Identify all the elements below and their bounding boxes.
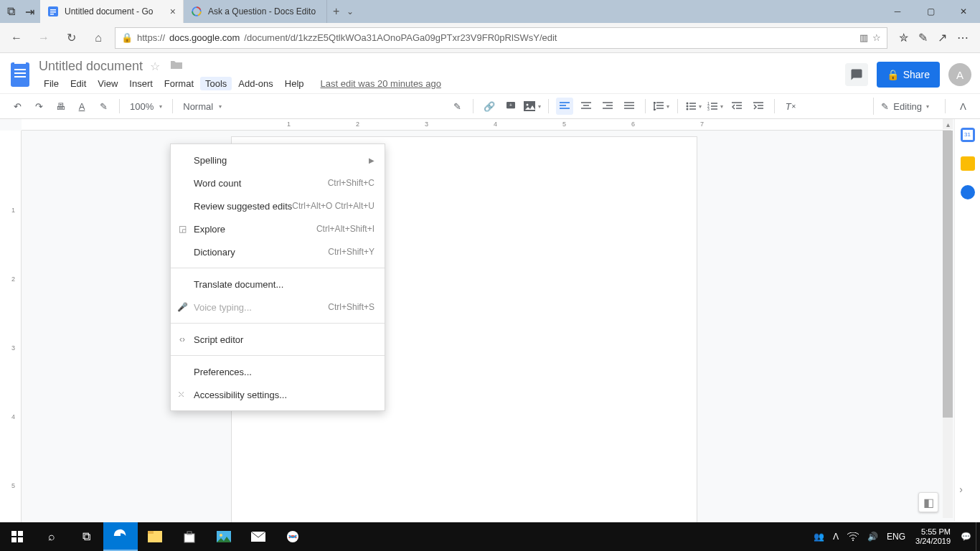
favorite-icon[interactable]: ☆: [872, 32, 881, 43]
line-spacing-button[interactable]: [653, 98, 670, 115]
editing-mode-select[interactable]: ✎ Editing ▾: [873, 98, 936, 115]
account-avatar[interactable]: A: [948, 63, 971, 86]
url-input[interactable]: 🔒 https://docs.google.com/document/d/1kz…: [115, 27, 887, 49]
menu-tools[interactable]: Tools: [200, 77, 232, 90]
menu-item-dictionary[interactable]: DictionaryCtrl+Shift+Y: [171, 240, 385, 263]
mail-taskbar-icon[interactable]: [241, 522, 275, 551]
scroll-up-arrow[interactable]: ▴: [943, 119, 953, 129]
insert-image-button[interactable]: [524, 98, 541, 115]
ruler-vtick: 1: [11, 207, 15, 214]
comments-button[interactable]: [845, 63, 868, 86]
menu-item-script-editor[interactable]: ‹›Script editor: [171, 328, 385, 351]
start-button[interactable]: [0, 522, 34, 551]
notifications-tray-icon[interactable]: 💬: [956, 522, 976, 551]
menu-item-explore[interactable]: ◲ExploreCtrl+Alt+Shift+I: [171, 217, 385, 240]
file-explorer-taskbar-icon[interactable]: [138, 522, 172, 551]
collapse-toolbar-button[interactable]: ᐱ: [954, 98, 971, 115]
vertical-ruler[interactable]: 123456: [0, 131, 22, 522]
bulleted-list-button[interactable]: 123: [707, 98, 724, 115]
forward-button[interactable]: →: [33, 27, 55, 49]
menu-format[interactable]: Format: [159, 77, 199, 90]
print-button[interactable]: 🖶: [52, 98, 69, 115]
more-icon[interactable]: ⋯: [957, 31, 969, 44]
horizontal-ruler[interactable]: 1234567: [22, 119, 951, 131]
search-button[interactable]: ⌕: [34, 522, 69, 551]
set-aside-icon[interactable]: ⇥: [23, 5, 36, 18]
share-button[interactable]: 🔒 Share: [877, 62, 940, 88]
menu-item-review-suggested-edits[interactable]: Review suggested editsCtrl+Alt+O Ctrl+Al…: [171, 194, 385, 217]
align-right-button[interactable]: [599, 98, 616, 115]
menu-item-preferences[interactable]: Preferences...: [171, 360, 385, 383]
menu-item-accessibility-settings[interactable]: ⛌Accessibility settings...: [171, 383, 385, 406]
decrease-indent-button[interactable]: [728, 98, 745, 115]
zoom-select[interactable]: 100%: [127, 101, 165, 112]
last-edit-text[interactable]: Last edit was 20 minutes ago: [321, 78, 441, 89]
edge-taskbar-icon[interactable]: [103, 522, 138, 551]
spellcheck-button[interactable]: A: [73, 98, 90, 115]
window-close[interactable]: ✕: [947, 0, 980, 23]
ruler-vtick: 2: [11, 276, 15, 283]
keep-addon-icon[interactable]: [961, 156, 975, 171]
photos-taskbar-icon[interactable]: [207, 522, 241, 551]
insert-link-button[interactable]: 🔗: [481, 98, 498, 115]
folder-icon[interactable]: [170, 60, 183, 72]
menu-insert[interactable]: Insert: [124, 77, 158, 90]
back-button[interactable]: ←: [6, 27, 27, 49]
increase-indent-button[interactable]: [750, 98, 767, 115]
align-justify-button[interactable]: [621, 98, 638, 115]
tray-chevron-icon[interactable]: ᐱ: [829, 522, 843, 551]
document-canvas[interactable]: [22, 131, 980, 522]
tab-close-icon[interactable]: ×: [170, 6, 176, 17]
store-taskbar-icon[interactable]: [172, 522, 207, 551]
undo-button[interactable]: ↶: [9, 98, 26, 115]
menu-view[interactable]: View: [93, 77, 123, 90]
browser-tab-active[interactable]: Untitled document - Go ×: [40, 0, 184, 23]
highlight-color-button[interactable]: ✎: [448, 98, 466, 115]
document-title[interactable]: Untitled document: [39, 59, 143, 74]
paint-format-button[interactable]: ✎: [95, 98, 112, 115]
ruler-vtick: 4: [11, 413, 15, 420]
app-taskbar-icon[interactable]: [275, 522, 310, 551]
align-center-button[interactable]: [578, 98, 595, 115]
calendar-addon-icon[interactable]: 31: [961, 128, 975, 142]
taskbar-clock[interactable]: 5:55 PM 3/24/2019: [910, 527, 956, 546]
menu-edit[interactable]: Edit: [65, 77, 91, 90]
menu-item-spelling[interactable]: Spelling▶: [171, 149, 385, 171]
show-desktop-button[interactable]: [976, 522, 980, 551]
window-minimize[interactable]: ─: [881, 0, 914, 23]
tab-aside-icon[interactable]: ⧉: [4, 5, 17, 18]
menu-item-translate-document[interactable]: Translate document...: [171, 273, 385, 296]
menu-addons[interactable]: Add-ons: [233, 77, 278, 90]
reading-list-icon[interactable]: ✎: [918, 31, 928, 44]
redo-button[interactable]: ↷: [30, 98, 47, 115]
star-icon[interactable]: ☆: [150, 60, 163, 72]
refresh-button[interactable]: ↻: [60, 27, 82, 49]
share-icon[interactable]: ↗: [938, 31, 947, 44]
clear-formatting-button[interactable]: T✕: [782, 98, 799, 115]
scroll-right-arrow[interactable]: ›: [959, 484, 963, 495]
favorites-icon[interactable]: ✮: [899, 31, 908, 44]
menu-item-word-count[interactable]: Word countCtrl+Shift+C: [171, 171, 385, 194]
insert-comment-button[interactable]: +: [502, 98, 519, 115]
wifi-tray-icon[interactable]: [843, 522, 863, 551]
vertical-scrollbar[interactable]: [943, 131, 953, 518]
tasks-addon-icon[interactable]: [961, 185, 975, 199]
browser-tab[interactable]: Ask a Question - Docs Edito: [184, 0, 327, 23]
volume-tray-icon[interactable]: 🔊: [863, 522, 882, 551]
people-tray-icon[interactable]: 👥: [809, 522, 829, 551]
explore-button[interactable]: ◧: [918, 492, 938, 512]
align-left-button[interactable]: [556, 98, 573, 115]
window-maximize[interactable]: ▢: [914, 0, 947, 23]
style-select[interactable]: Normal: [180, 101, 225, 112]
task-view-button[interactable]: ⧉: [69, 522, 103, 551]
new-tab-icon[interactable]: +: [333, 5, 339, 18]
language-indicator[interactable]: ENG: [882, 522, 910, 551]
menu-file[interactable]: File: [39, 77, 64, 90]
checklist-button[interactable]: [685, 98, 702, 115]
menu-help[interactable]: Help: [280, 77, 309, 90]
tabs-dropdown-icon[interactable]: ⌄: [347, 6, 354, 17]
docs-logo[interactable]: [6, 60, 34, 89]
reading-view-icon[interactable]: ▥: [859, 32, 868, 43]
scrollbar-thumb[interactable]: [943, 131, 953, 418]
home-button[interactable]: ⌂: [88, 27, 109, 49]
